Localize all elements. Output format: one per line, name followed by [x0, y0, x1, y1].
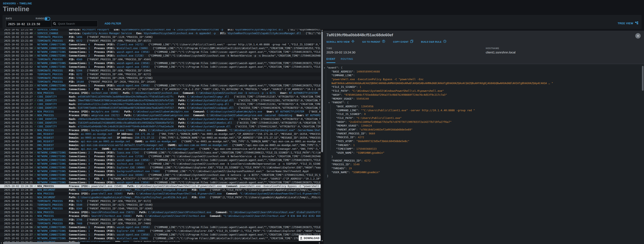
scroll-down-icon[interactable]: ▼: [321, 240, 324, 242]
event-type-link[interactable]: NEW_PROCESS: [37, 91, 69, 95]
event-type-link[interactable]: NETWORK_CONNECTIONS: [37, 225, 69, 229]
event-type-link[interactable]: TERMINATE_PROCESS: [37, 69, 69, 72]
timeline-row[interactable]: 2025-10-02 13:23:31✓CODE_IDENTITYHash: c…: [0, 117, 321, 121]
timeline-row[interactable]: 2025-10-02 13:23:39✓NEW_PROCESSProcess (…: [0, 128, 321, 132]
timeline-row[interactable]: 2025-10-02 13:21:40TERMINATE_PROCESSPID:…: [0, 35, 321, 39]
close-icon[interactable]: ×: [635, 33, 641, 38]
event-type-link[interactable]: TERMINATE_PROCESS: [37, 203, 69, 207]
event-type-link[interactable]: NETWORK_CONNECTIONS: [37, 61, 69, 65]
event-type-link[interactable]: TERMINATE_PROCESS: [37, 35, 69, 39]
timeline-row[interactable]: 2025-10-02 13:23:23✓NETWORK_CONNECTIONSC…: [0, 84, 321, 87]
timeline-row[interactable]: 2025-10-02 13:23:11TERMINATE_PROCESSPID:…: [0, 76, 321, 80]
timeline-horizontal-scrollbar[interactable]: ◀ ▶: [0, 242, 321, 244]
timeline-row[interactable]: 2025-10-02 13:24:25✓NETWORK_CONNECTIONSC…: [0, 181, 321, 184]
timeline-row[interactable]: 2025-10-02 13:24:31TERMINATE_PROCESSPID:…: [0, 203, 321, 207]
event-type-link[interactable]: NETWORK_CONNECTIONS: [37, 54, 69, 58]
event-type-link[interactable]: CODE_IDENTITY: [37, 106, 69, 110]
timeline-row[interactable]: 2025-10-02 13:24:56✓NETWORK_CONNECTIONSC…: [0, 229, 321, 233]
event-type-link[interactable]: NETWORK_CONNECTIONS: [37, 177, 69, 181]
event-type-link[interactable]: NETWORK_CONNECTIONS: [37, 173, 69, 177]
event-type-link[interactable]: NEW_PROCESS: [37, 113, 69, 117]
event-type-link[interactable]: NETWORK_CONNECTIONS: [37, 169, 69, 173]
range-toggle[interactable]: [44, 17, 50, 20]
timeline-row[interactable]: 2025-10-02 13:25:27✓NETWORK_CONNECTIONSC…: [0, 233, 321, 237]
timeline-row[interactable]: 2025-10-02 13:23:09TERMINATE_PROCESSPID:…: [0, 72, 321, 76]
event-type-link[interactable]: NEW_PROCESS: [37, 211, 69, 214]
timeline-row[interactable]: 2025-10-02 13:24:41TERMINATE_PROCESSPID:…: [0, 222, 321, 225]
timeline-row[interactable]: 2025-10-02 13:22:52✓NETWORK_CONNECTIONSC…: [0, 65, 321, 69]
event-type-link[interactable]: NETWORK_CONNECTIONS: [37, 181, 69, 184]
timeline-row[interactable]: 2025-10-02 13:23:54✓NETWORK_CONNECTIONSC…: [0, 173, 321, 177]
timeline-row[interactable]: 2025-10-02 13:24:30NEW_DOCUMENTPath: C:\…: [0, 188, 321, 192]
tab-routing[interactable]: ROUTING: [341, 58, 353, 63]
build-dr-rule-button[interactable]: BUILD D&R RULE: [421, 40, 446, 44]
event-type-link[interactable]: NETWORK_CONNECTIONS: [37, 155, 69, 158]
event-type-link[interactable]: DNS_REQUEST: [37, 140, 69, 143]
timeline-row[interactable]: 2025-10-02 13:21:40✓SERVICE_CHANGEServic…: [0, 31, 321, 35]
event-type-link[interactable]: DNS_REQUEST: [37, 132, 69, 136]
event-type-link[interactable]: CODE_IDENTITY: [37, 121, 69, 125]
timeline-row[interactable]: 2025-10-02 13:22:11TERMINATE_PROCESSPID:…: [0, 58, 321, 61]
timeline-row[interactable]: 2025-10-02 13:23:30✓NEW_PROCESSProcess (…: [0, 113, 321, 117]
event-type-link[interactable]: TERMINATE_PROCESS: [37, 58, 69, 61]
timeline-row[interactable]: 2025-10-02 13:22:21✓NETWORK_CONNECTIONSC…: [0, 61, 321, 65]
event-type-link[interactable]: CODE_IDENTITY: [37, 117, 69, 121]
vertical-scroll-thumb[interactable]: [321, 31, 323, 152]
event-type-link[interactable]: TERMINATE_PROCESS: [37, 222, 69, 225]
event-type-link[interactable]: NETWORK_CONNECTIONS: [37, 233, 69, 237]
timeline-row[interactable]: 2025-10-02 13:24:31TERMINATE_PROCESSPID:…: [0, 199, 321, 203]
search-input[interactable]: [51, 20, 98, 27]
scroll-into-view-button[interactable]: SCROLL INTO VIEW: [326, 40, 354, 44]
scroll-left-icon[interactable]: ◀: [0, 242, 2, 244]
timeline-row[interactable]: 2025-10-02 13:23:54✓NETWORK_CONNECTIONSC…: [0, 169, 321, 173]
timeline-row[interactable]: 2025-10-02 13:23:39DNS_REQUESTDomain: ax…: [0, 136, 321, 140]
event-type-link[interactable]: NETWORK_CONNECTIONS: [37, 166, 69, 169]
event-type-link[interactable]: NETWORK_CONNECTIONS: [37, 43, 69, 46]
event-type-link[interactable]: CODE_IDENTITY: [37, 99, 69, 102]
timeline-row[interactable]: 2025-10-02 13:23:27✓CODE_IDENTITYHash: 5…: [0, 106, 321, 110]
timeline-row[interactable]: 2025-10-02 13:23:11TERMINATE_PROCESSPID:…: [0, 80, 321, 84]
timeline-row[interactable]: 2025-10-02 13:24:31✓NEW_PROCESSProcess (…: [0, 211, 321, 214]
event-type-link[interactable]: DNS_REQUEST: [37, 143, 69, 147]
timeline-row[interactable]: 2025-10-02 13:24:31NEW_DOCUMENTPath: C:\…: [0, 196, 321, 199]
timeline-row[interactable]: 2025-10-02 13:23:27✓CODE_IDENTITYHash: b…: [0, 102, 321, 106]
event-type-link[interactable]: CODE_IDENTITY: [37, 102, 69, 106]
json-scrollbar[interactable]: [642, 65, 644, 243]
timeline-row[interactable]: 2025-10-02 13:23:39DNS_REQUESTDomain: ax…: [0, 132, 321, 136]
event-type-link[interactable]: NEW_PROCESS: [37, 184, 69, 188]
event-type-link[interactable]: NEW_PROCESS: [37, 128, 69, 132]
event-type-link[interactable]: NETWORK_CONNECTIONS: [37, 46, 69, 50]
scroll-right-icon[interactable]: ▶: [319, 242, 320, 244]
timeline-row[interactable]: 2025-10-02 13:21:50✓NETWORK_CONNECTIONSC…: [0, 46, 321, 50]
timeline-row[interactable]: 2025-10-02 13:23:27✓CODE_IDENTITYHash: e…: [0, 95, 321, 99]
event-type-link[interactable]: NEW_PROCESS: [37, 192, 69, 196]
event-type-link[interactable]: TERMINATE_PROCESS: [37, 199, 69, 203]
event-type-link[interactable]: DNS_REQUEST: [37, 136, 69, 140]
event-type-link[interactable]: CODE_IDENTITY: [37, 95, 69, 99]
tree-view-button[interactable]: TREE VIEW: [618, 21, 638, 25]
timeline-row[interactable]: 2025-10-02 13:23:54✓NETWORK_CONNECTIONSC…: [0, 162, 321, 166]
timeline-row[interactable]: 2025-10-02 13:23:25✓NEW_PROCESSProcess (…: [0, 91, 321, 95]
timeline-row[interactable]: 2025-10-02 13:25:27✓NETWORK_CONNECTIONSC…: [0, 237, 321, 240]
event-type-link[interactable]: NETWORK_CONNECTIONS: [37, 50, 69, 54]
event-type-link[interactable]: NETWORK_CONNECTIONS: [37, 237, 69, 240]
timeline-row[interactable]: 2025-10-02 13:21:50✓NETWORK_CONNECTIONSC…: [0, 50, 321, 54]
timeline-row[interactable]: 2025-10-02 13:24:41TERMINATE_PROCESSPID:…: [0, 218, 321, 222]
timeline-row[interactable]: 2025-10-02 13:23:54✓NETWORK_CONNECTIONSC…: [0, 166, 321, 169]
json-scroll-thumb[interactable]: [642, 66, 644, 91]
event-json-viewer[interactable]: ▾"event": {"BASE_ADDRESS": 1406958900346…: [324, 64, 644, 244]
timeline-row[interactable]: 2025-10-02 13:23:54✓NETWORK_CONNECTIONSC…: [0, 151, 321, 155]
timeline-row-selected[interactable]: 2025-10-02 13:24:30✓NEW_PROCESSProcess (…: [0, 184, 321, 188]
event-type-link[interactable]: TERMINATE_PROCESS: [37, 80, 69, 84]
timeline-row[interactable]: 2025-10-02 13:23:09TERMINATE_PROCESSPID:…: [0, 69, 321, 72]
event-type-link[interactable]: TERMINATE_PROCESS: [37, 39, 69, 43]
event-type-link[interactable]: NETWORK_CONNECTIONS: [37, 229, 69, 233]
event-type-link[interactable]: NEW_PROCESS: [37, 214, 69, 218]
timeline-row[interactable]: 2025-10-02 13:23:31✓CODE_IDENTITYHash: e…: [0, 125, 321, 128]
timeline-row[interactable]: 2025-10-02 13:21:50NETWORK_CONNECTIONSCo…: [0, 43, 321, 46]
event-type-link[interactable]: TERMINATE_PROCESS: [37, 218, 69, 222]
timeline-row[interactable]: 2025-10-02 13:24:31✓NEW_PROCESSProcess (…: [0, 214, 321, 218]
scroll-up-icon[interactable]: ▲: [321, 29, 324, 31]
timeline-row[interactable]: 2025-10-02 13:23:39DNS_REQUESTDomain: ap…: [0, 140, 321, 143]
breadcrumb-sensors[interactable]: SENSORS: [3, 2, 16, 5]
